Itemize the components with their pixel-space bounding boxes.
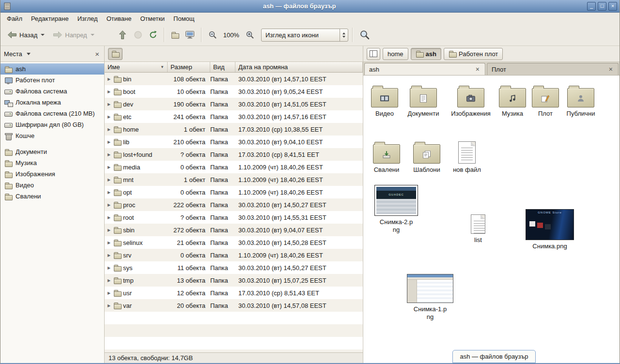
menu-view[interactable]: Изглед <box>73 14 102 24</box>
expander-icon[interactable]: ▶ <box>105 203 113 207</box>
forward-button[interactable]: Напред <box>49 26 97 44</box>
icon-item-desktop-folder[interactable]: Плот <box>525 82 566 118</box>
expander-icon[interactable]: ▶ <box>105 190 113 195</box>
icon-item-downloads[interactable]: Свалени <box>366 138 407 174</box>
sidebar-close-icon[interactable]: × <box>93 50 101 58</box>
pathbar-button-home[interactable]: home <box>383 48 408 60</box>
tab-ash[interactable]: ash × <box>364 63 485 75</box>
expander-icon[interactable]: ▶ <box>105 241 113 245</box>
expander-icon[interactable]: ▶ <box>105 278 113 283</box>
tab-close-icon[interactable]: × <box>608 65 614 73</box>
home-button[interactable] <box>169 26 181 44</box>
sidebar-item-desktop[interactable]: Работен плот <box>0 75 104 86</box>
expander-icon[interactable]: ▶ <box>105 303 113 308</box>
icon-item-snimka-2[interactable]: GUADEC Снимка-2.png <box>374 180 418 234</box>
sidebar-item-encrypted-80gb[interactable]: Шифриран дял (80 GB) <box>0 119 104 130</box>
table-row-selinux[interactable]: ▶selinux21 обектаПапка30.03.2010 (вт) 14… <box>105 236 363 249</box>
icon-view[interactable]: Видео Документи Изображения Музика <box>363 76 620 363</box>
expander-icon[interactable]: ▶ <box>105 291 113 295</box>
window-icon[interactable] <box>3 2 12 11</box>
expander-icon[interactable]: ▶ <box>105 77 113 81</box>
pathbar-pane-button[interactable] <box>367 48 380 60</box>
expander-icon[interactable]: ▶ <box>105 152 113 157</box>
search-button[interactable] <box>357 26 372 44</box>
sidebar-item-trash[interactable]: Кошче <box>0 130 104 141</box>
close-button[interactable]: × <box>608 2 617 11</box>
sidebar-item-network[interactable]: Локална мрежа <box>0 97 104 108</box>
menu-bookmarks[interactable]: Отметки <box>136 14 169 24</box>
sidebar-title[interactable]: Места <box>4 50 22 58</box>
menu-go[interactable]: Отиване <box>102 14 136 24</box>
titlebar[interactable]: ash — файлов браузър _ □ × <box>0 0 620 13</box>
pathbar-button-desktop[interactable]: Работен плот <box>444 48 503 60</box>
tab-close-icon[interactable]: × <box>475 65 480 73</box>
minimize-button[interactable]: _ <box>587 2 596 11</box>
table-row-root[interactable]: ▶root? обектаПапка30.03.2010 (вт) 14,55,… <box>105 211 363 224</box>
expander-icon[interactable]: ▶ <box>105 178 113 182</box>
table-row-usr[interactable]: ▶usr12 обектаПапка17.03.2010 (ср) 8,51,4… <box>105 287 363 299</box>
column-header-type[interactable]: Вид <box>210 62 235 72</box>
menu-help[interactable]: Помощ <box>169 14 199 24</box>
sort-arrow-icon[interactable]: ▼ <box>160 65 164 69</box>
menu-file[interactable]: Файл <box>2 14 27 24</box>
table-row-sys[interactable]: ▶sys11 обектаПапка30.03.2010 (вт) 14,50,… <box>105 261 363 274</box>
view-mode-select[interactable]: Изглед като икони <box>261 29 348 42</box>
column-header-date[interactable]: Дата на промяна <box>235 62 363 72</box>
table-row-mnt[interactable]: ▶mnt1 обектПапка1.10.2009 (чт) 18,40,26 … <box>105 173 363 186</box>
table-row-proc[interactable]: ▶proc222 обектаПапка30.03.2010 (вт) 14,5… <box>105 198 363 211</box>
table-row-etc[interactable]: ▶etc241 обектаПапка30.03.2010 (вт) 14,57… <box>105 110 363 123</box>
table-row-boot[interactable]: ▶boot10 обектаПапка30.03.2010 (вт) 9,05,… <box>105 85 363 98</box>
icon-item-documents[interactable]: Документи <box>403 82 444 118</box>
icon-item-templates[interactable]: Шаблони <box>406 138 447 174</box>
expander-icon[interactable]: ▶ <box>105 215 113 220</box>
expander-icon[interactable]: ▶ <box>105 127 113 132</box>
expander-icon[interactable]: ▶ <box>105 228 113 232</box>
expander-icon[interactable]: ▶ <box>105 90 113 94</box>
reload-button[interactable] <box>146 26 160 44</box>
menu-edit[interactable]: Редактиране <box>27 14 73 24</box>
maximize-button[interactable]: □ <box>598 2 606 11</box>
table-row-dev[interactable]: ▶dev190 обектаПапка30.03.2010 (вт) 14,51… <box>105 98 363 110</box>
icon-item-list[interactable]: list <box>458 212 498 244</box>
table-row-tmp[interactable]: ▶tmp13 обектаПапка30.03.2010 (вт) 15,07,… <box>105 274 363 287</box>
table-row-media[interactable]: ▶media0 обектаПапка1.10.2009 (чт) 18,40,… <box>105 161 363 173</box>
stop-button[interactable] <box>131 26 145 44</box>
taskbar-window-button[interactable]: ash — файлов браузър <box>452 350 536 363</box>
computer-button[interactable] <box>183 26 197 44</box>
tree-pane-location-button[interactable] <box>108 48 123 60</box>
table-row-bin[interactable]: ▶bin108 обектаПапка30.03.2010 (вт) 14,57… <box>105 73 363 85</box>
table-row-srv[interactable]: ▶srv0 обектаПапка1.10.2009 (чт) 18,40,26… <box>105 249 363 261</box>
expander-icon[interactable]: ▶ <box>105 165 113 169</box>
sidebar-item-music[interactable]: Музика <box>0 157 104 168</box>
chevron-down-icon[interactable] <box>27 53 31 55</box>
icon-item-pictures[interactable]: Изображения <box>450 82 491 118</box>
sidebar-item-video[interactable]: Видео <box>0 180 104 191</box>
sidebar-item-pictures[interactable]: Изображения <box>0 168 104 180</box>
expander-icon[interactable]: ▶ <box>105 102 113 106</box>
sidebar-item-filesystem-210mb[interactable]: Файлова система (210 MB) <box>0 108 104 119</box>
expander-icon[interactable]: ▶ <box>105 115 113 119</box>
back-button[interactable]: Назад <box>4 26 48 44</box>
zoom-in-button[interactable] <box>243 26 257 44</box>
up-button[interactable] <box>115 26 130 44</box>
table-row-lost-found[interactable]: ▶lost+found? обектаПапка17.03.2010 (ср) … <box>105 148 363 161</box>
table-row-var[interactable]: ▶var20 обектаПапка30.03.2010 (вт) 14,57,… <box>105 299 363 312</box>
expander-icon[interactable]: ▶ <box>105 266 113 270</box>
sidebar-item-filesystem[interactable]: Файлова система <box>0 86 104 97</box>
table-row-home[interactable]: ▶home1 обектПапка17.03.2010 (ср) 10,38,5… <box>105 123 363 136</box>
sidebar-item-documents[interactable]: Документи <box>0 146 104 157</box>
table-row-opt[interactable]: ▶opt0 обектаПапка1.10.2009 (чт) 18,40,26… <box>105 186 363 198</box>
icon-item-snimka-1[interactable]: Снимка-1.png <box>407 271 453 321</box>
table-row-lib[interactable]: ▶lib210 обектаПапка30.03.2010 (вт) 9,04,… <box>105 136 363 148</box>
icon-item-public[interactable]: Публични <box>560 82 601 118</box>
view-mode-spinner[interactable] <box>340 29 348 41</box>
sidebar-item-ash[interactable]: ash <box>0 63 104 75</box>
expander-icon[interactable]: ▶ <box>105 140 113 144</box>
sidebar-item-downloads[interactable]: Свалени <box>0 191 104 202</box>
zoom-out-button[interactable] <box>206 26 219 44</box>
back-dropdown-icon[interactable] <box>41 34 45 36</box>
column-header-name[interactable]: Име▼ <box>105 62 168 72</box>
column-header-size[interactable]: Размер <box>168 62 210 72</box>
icon-item-snimka[interactable]: GNOME Store Снимка.png <box>525 206 574 250</box>
tab-plot[interactable]: Плот × <box>487 63 619 75</box>
